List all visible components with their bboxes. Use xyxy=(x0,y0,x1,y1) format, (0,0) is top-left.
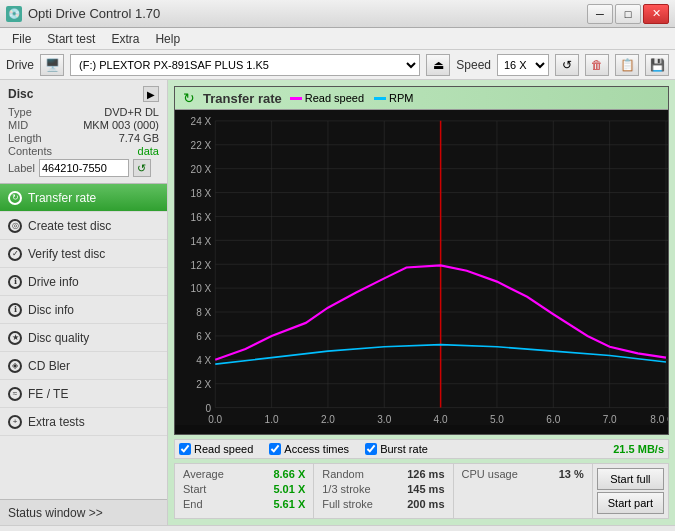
copy-button[interactable]: 📋 xyxy=(615,54,639,76)
svg-text:18 X: 18 X xyxy=(191,188,212,199)
nav-disc-info[interactable]: ℹ Disc info xyxy=(0,296,167,324)
svg-text:2 X: 2 X xyxy=(196,379,211,390)
check-access-times[interactable]: Access times xyxy=(269,443,349,455)
svg-text:1.0: 1.0 xyxy=(265,413,279,424)
disc-mid-key: MID xyxy=(8,119,28,131)
nav-label-verify-test-disc: Verify test disc xyxy=(28,247,105,261)
check-burst-rate-input[interactable] xyxy=(365,443,377,455)
svg-text:6.0: 6.0 xyxy=(546,413,560,424)
check-burst-rate-label: Burst rate xyxy=(380,443,428,455)
disc-arrow-button[interactable]: ▶ xyxy=(143,86,159,102)
nav-label-fe-te: FE / TE xyxy=(28,387,68,401)
stat-random-label: Random xyxy=(322,468,364,480)
stat-cpu-val: 13 % xyxy=(559,468,584,480)
svg-text:3.0: 3.0 xyxy=(377,413,391,424)
svg-text:8 X: 8 X xyxy=(196,307,211,318)
window-controls: ─ □ ✕ xyxy=(587,4,669,24)
nav-verify-test-disc[interactable]: ✓ Verify test disc xyxy=(0,240,167,268)
disc-type-key: Type xyxy=(8,106,32,118)
check-burst-rate[interactable]: Burst rate xyxy=(365,443,428,455)
nav-label-create-test-disc: Create test disc xyxy=(28,219,111,233)
stat-1-3-stroke-label: 1/3 stroke xyxy=(322,483,370,495)
menu-help[interactable]: Help xyxy=(147,30,188,48)
disc-type-row: Type DVD+R DL xyxy=(8,106,159,118)
nav-create-test-disc[interactable]: ◎ Create test disc xyxy=(0,212,167,240)
refresh-speed-button[interactable]: ↺ xyxy=(555,54,579,76)
drive-label: Drive xyxy=(6,58,34,72)
nav-cd-bler[interactable]: ◈ CD Bler xyxy=(0,352,167,380)
erase-button[interactable]: 🗑 xyxy=(585,54,609,76)
chart-section: ↻ Transfer rate Read speed RPM xyxy=(174,86,669,435)
legend-read-label: Read speed xyxy=(305,92,364,104)
nav-items: ↻ Transfer rate ◎ Create test disc ✓ Ver… xyxy=(0,184,167,499)
nav-icon-transfer-rate: ↻ xyxy=(8,191,22,205)
disc-mid-val: MKM 003 (000) xyxy=(83,119,159,131)
disc-mid-row: MID MKM 003 (000) xyxy=(8,119,159,131)
svg-text:10 X: 10 X xyxy=(191,283,212,294)
disc-label-key: Label xyxy=(8,162,35,174)
menu-extra[interactable]: Extra xyxy=(103,30,147,48)
disc-label-row: Label ↺ xyxy=(8,159,159,177)
stat-cpu-label: CPU usage xyxy=(462,468,518,480)
nav-icon-cd-bler: ◈ xyxy=(8,359,22,373)
status-window-button[interactable]: Status window >> xyxy=(0,499,167,525)
drive-select[interactable]: (F:) PLEXTOR PX-891SAF PLUS 1.K5 xyxy=(70,54,420,76)
nav-icon-disc-info: ℹ xyxy=(8,303,22,317)
stat-start-val: 5.01 X xyxy=(273,483,305,495)
svg-text:0: 0 xyxy=(206,403,212,414)
stat-buttons: Start full Start part xyxy=(593,464,668,518)
nav-transfer-rate[interactable]: ↻ Transfer rate xyxy=(0,184,167,212)
chart-header: ↻ Transfer rate Read speed RPM xyxy=(175,87,668,110)
check-access-times-input[interactable] xyxy=(269,443,281,455)
nav-disc-quality[interactable]: ★ Disc quality xyxy=(0,324,167,352)
disc-length-key: Length xyxy=(8,132,42,144)
nav-label-cd-bler: CD Bler xyxy=(28,359,70,373)
menu-file[interactable]: File xyxy=(4,30,39,48)
svg-text:6 X: 6 X xyxy=(196,331,211,342)
svg-text:16 X: 16 X xyxy=(191,211,212,222)
stat-1-3-stroke: 1/3 stroke 145 ms xyxy=(322,483,444,495)
nav-fe-te[interactable]: ≈ FE / TE xyxy=(0,380,167,408)
menu-start-test[interactable]: Start test xyxy=(39,30,103,48)
nav-drive-info[interactable]: ℹ Drive info xyxy=(0,268,167,296)
svg-text:8.0 GB: 8.0 GB xyxy=(650,413,668,424)
save-button[interactable]: 💾 xyxy=(645,54,669,76)
svg-text:5.0: 5.0 xyxy=(490,413,504,424)
check-read-speed[interactable]: Read speed xyxy=(179,443,253,455)
chart-title: Transfer rate xyxy=(203,91,282,106)
check-read-speed-input[interactable] xyxy=(179,443,191,455)
stats-section: Average 8.66 X Start 5.01 X End 5.61 X R… xyxy=(174,463,669,519)
eject-button[interactable]: ⏏ xyxy=(426,54,450,76)
svg-text:0.0: 0.0 xyxy=(208,413,222,424)
start-part-button[interactable]: Start part xyxy=(597,492,664,514)
nav-label-extra-tests: Extra tests xyxy=(28,415,85,429)
nav-label-disc-quality: Disc quality xyxy=(28,331,89,345)
disc-label-refresh-button[interactable]: ↺ xyxy=(133,159,151,177)
stat-full-stroke-val: 200 ms xyxy=(407,498,444,510)
disc-contents-key: Contents xyxy=(8,145,52,157)
chart-svg: 24 X 22 X 20 X 18 X 16 X 14 X 12 X 10 X … xyxy=(175,110,668,425)
disc-label-input[interactable] xyxy=(39,159,129,177)
restore-button[interactable]: □ xyxy=(615,4,641,24)
disc-section: Disc ▶ Type DVD+R DL MID MKM 003 (000) L… xyxy=(0,80,167,184)
svg-text:12 X: 12 X xyxy=(191,259,212,270)
speed-select[interactable]: 16 X Max xyxy=(497,54,549,76)
disc-contents-val: data xyxy=(138,145,159,157)
close-button[interactable]: ✕ xyxy=(643,4,669,24)
nav-extra-tests[interactable]: + Extra tests xyxy=(0,408,167,436)
legend-rpm: RPM xyxy=(374,92,413,104)
nav-icon-extra-tests: + xyxy=(8,415,22,429)
start-full-button[interactable]: Start full xyxy=(597,468,664,490)
burst-rate-number: 21.5 MB/s xyxy=(613,443,664,455)
nav-label-disc-info: Disc info xyxy=(28,303,74,317)
drive-icon: 🖥️ xyxy=(40,54,64,76)
stat-end-label: End xyxy=(183,498,203,510)
minimize-button[interactable]: ─ xyxy=(587,4,613,24)
nav-icon-fe-te: ≈ xyxy=(8,387,22,401)
content-area: ↻ Transfer rate Read speed RPM xyxy=(168,80,675,525)
chart-title-icon: ↻ xyxy=(183,90,195,106)
disc-length-val: 7.74 GB xyxy=(119,132,159,144)
svg-text:4 X: 4 X xyxy=(196,355,211,366)
nav-icon-disc-quality: ★ xyxy=(8,331,22,345)
check-access-times-label: Access times xyxy=(284,443,349,455)
